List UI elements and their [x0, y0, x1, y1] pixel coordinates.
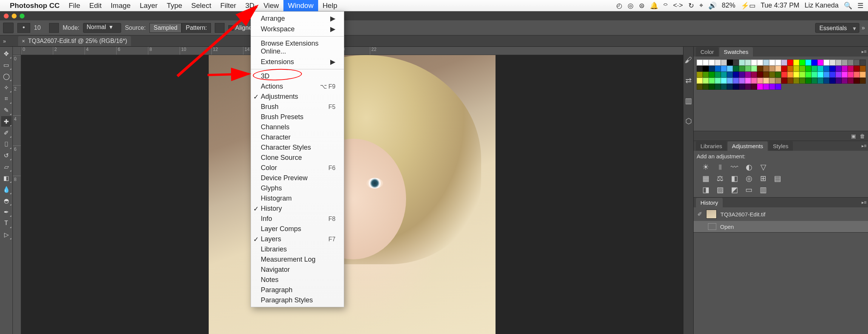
volume-icon[interactable]: 🔊 [708, 2, 717, 10]
workspace-switcher[interactable]: Essentials [815, 23, 859, 33]
selective-color-icon[interactable]: ▥ [759, 186, 768, 193]
swatch[interactable] [769, 60, 775, 66]
menu-item-layer-comps[interactable]: Layer Comps [251, 224, 344, 234]
menu-item-paragraph[interactable]: Paragraph [251, 285, 344, 295]
swatch[interactable] [769, 84, 775, 90]
reminders-icon[interactable]: ◴ [616, 2, 622, 10]
brush-preset-picker[interactable]: • [17, 23, 30, 33]
crop-tool[interactable]: ⌗ [1, 93, 12, 104]
swatch[interactable] [757, 78, 763, 84]
swatch[interactable] [793, 66, 799, 72]
swatch[interactable] [721, 72, 727, 78]
swatch[interactable] [830, 60, 836, 66]
menu-item-brush-presets[interactable]: Brush Presets [251, 112, 344, 122]
eraser-tool[interactable]: ▱ [1, 161, 12, 172]
swatch[interactable] [817, 78, 823, 84]
swatch[interactable] [793, 72, 799, 78]
invert-icon[interactable]: ◨ [701, 186, 710, 193]
battery-icon[interactable]: ⚡▭ [741, 2, 756, 10]
tab-history[interactable]: History [696, 198, 723, 207]
history-snapshot-row[interactable]: ✐ TQ3A2607-Edit.tif [694, 207, 868, 221]
menu-3d[interactable]: 3D [241, 0, 259, 11]
swatch[interactable] [703, 66, 709, 72]
swatch[interactable] [805, 78, 811, 84]
code-icon[interactable]: <·> [673, 2, 683, 9]
swatch[interactable] [751, 78, 757, 84]
close-window-button[interactable] [4, 14, 9, 18]
ruler-horizontal[interactable]: 0246810121416182022 [21, 47, 683, 55]
swatch[interactable] [733, 66, 739, 72]
black-white-icon[interactable]: ◧ [730, 175, 739, 182]
new-swatch-icon[interactable]: ▣ [851, 133, 856, 139]
swatch[interactable] [781, 78, 787, 84]
delete-swatch-icon[interactable]: 🗑 [860, 133, 865, 139]
hue-sat-icon[interactable]: ▦ [701, 175, 710, 182]
swatch[interactable] [787, 60, 793, 66]
zoom-window-button[interactable] [20, 14, 25, 18]
swatch[interactable] [733, 84, 739, 90]
menu-item-arrange[interactable]: Arrange▶ [251, 13, 344, 24]
menu-item-character[interactable]: Character [251, 132, 344, 142]
swatch[interactable] [703, 72, 709, 78]
swatch[interactable] [763, 78, 769, 84]
swatch[interactable] [763, 84, 769, 90]
menu-select[interactable]: Select [187, 0, 216, 11]
swatch[interactable] [715, 60, 721, 66]
swatch[interactable] [836, 78, 842, 84]
quick-select-tool[interactable]: ✧ [1, 82, 12, 93]
curves-icon[interactable]: 〰 [730, 163, 739, 171]
menu-help[interactable]: Help [318, 0, 342, 11]
swatch[interactable] [799, 66, 805, 72]
menu-item-glyphs[interactable]: Glyphs [251, 183, 344, 193]
swatch[interactable] [805, 60, 811, 66]
posterize-icon[interactable]: ▨ [716, 186, 725, 193]
menu-item-3d[interactable]: 3D [251, 71, 344, 81]
swatch[interactable] [733, 78, 739, 84]
swatch[interactable] [739, 66, 745, 72]
menu-item-paragraph-styles[interactable]: Paragraph Styles [251, 295, 344, 305]
swatch[interactable] [697, 72, 703, 78]
expand-tools-button[interactable]: » [3, 38, 6, 44]
channel-mixer-icon[interactable]: ⊞ [759, 175, 768, 182]
clone-stamp-tool[interactable]: ⌷ [1, 139, 12, 149]
swatch[interactable] [721, 66, 727, 72]
menu-extras-icon[interactable]: ☰ [857, 2, 863, 10]
menu-item-actions[interactable]: Actions⌥ F9 [251, 81, 344, 92]
menu-item-libraries[interactable]: Libraries [251, 244, 344, 254]
menu-type[interactable]: Type [162, 0, 187, 11]
menu-item-notes[interactable]: Notes [251, 275, 344, 285]
source-pattern-button[interactable]: Pattern: [182, 23, 211, 33]
swatch[interactable] [811, 78, 817, 84]
ruler-origin[interactable] [13, 47, 21, 55]
swatch[interactable] [781, 66, 787, 72]
swatch[interactable] [775, 66, 781, 72]
swatch[interactable] [830, 78, 836, 84]
close-tab-icon[interactable]: × [22, 38, 25, 44]
swatch[interactable] [745, 66, 751, 72]
pen-tool[interactable]: ✒ [1, 207, 12, 217]
tab-libraries[interactable]: Libraries [696, 141, 727, 151]
current-tool-icon[interactable] [3, 23, 14, 33]
menu-item-color[interactable]: ColorF6 [251, 163, 344, 173]
swatch[interactable] [811, 72, 817, 78]
swatch[interactable] [775, 60, 781, 66]
swatch[interactable] [842, 78, 848, 84]
swatch[interactable] [757, 66, 763, 72]
gradient-map-icon[interactable]: ▭ [744, 186, 753, 193]
swatch[interactable] [830, 66, 836, 72]
menu-item-character-styles[interactable]: Character Styles [251, 142, 344, 153]
swatch[interactable] [727, 72, 733, 78]
gradient-tool[interactable]: ◧ [1, 173, 12, 183]
swatch[interactable] [860, 60, 866, 66]
swatch[interactable] [769, 72, 775, 78]
swatch[interactable] [793, 78, 799, 84]
swatch[interactable] [854, 60, 860, 66]
swatch[interactable] [703, 60, 709, 66]
swatch[interactable] [787, 78, 793, 84]
swatch[interactable] [715, 72, 721, 78]
sync-icon[interactable]: ⊜ [639, 2, 645, 10]
swatch[interactable] [751, 72, 757, 78]
swatch[interactable] [697, 60, 703, 66]
swatch[interactable] [697, 78, 703, 84]
vibrance-icon[interactable]: ▽ [759, 163, 768, 171]
